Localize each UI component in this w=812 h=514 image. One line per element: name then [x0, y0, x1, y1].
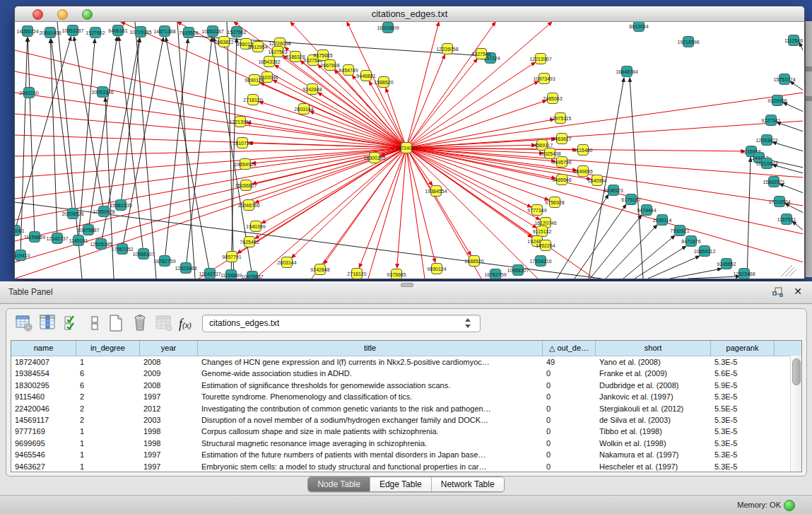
- table-cell[interactable]: Jankovic et al. (1997): [596, 391, 711, 402]
- table-cell[interactable]: 2: [76, 403, 140, 414]
- graph-node[interactable]: 9474444: [637, 205, 656, 216]
- graph-node[interactable]: 12923468: [175, 263, 196, 274]
- graph-node[interactable]: 9495796: [552, 157, 571, 168]
- column-header-short[interactable]: short: [596, 341, 711, 356]
- graph-node[interactable]: 20053346: [91, 87, 113, 98]
- graph-node[interactable]: 7932621: [670, 226, 689, 236]
- graph-node[interactable]: 2718120: [347, 269, 366, 279]
- row-height-icon[interactable]: [86, 314, 104, 334]
- table-cell[interactable]: de Silva et al. (2003): [596, 414, 711, 426]
- graph-node[interactable]: 12093872: [755, 135, 777, 146]
- table-cell[interactable]: 1: [76, 356, 140, 368]
- graph-node[interactable]: 12213967: [529, 54, 551, 64]
- close-panel-icon[interactable]: ✕: [794, 286, 802, 297]
- graph-node[interactable]: 9446821: [356, 71, 375, 81]
- table-cell[interactable]: 18724007: [11, 356, 76, 368]
- graph-node[interactable]: 9463627: [552, 134, 571, 144]
- graph-node[interactable]: 2803144: [277, 257, 296, 268]
- graph-node[interactable]: 10654112: [694, 246, 716, 257]
- graph-node[interactable]: 6466161: [108, 25, 127, 36]
- table-cell[interactable]: 2003: [140, 414, 198, 426]
- graph-node[interactable]: 10719185: [129, 27, 151, 37]
- window-titlebar[interactable]: citations_edges.txt: [15, 6, 804, 22]
- table-row[interactable]: 2242004622012Investigating the contribut…: [11, 403, 801, 414]
- graph-node[interactable]: 9756928: [545, 197, 564, 208]
- graph-node[interactable]: 14055724: [16, 26, 38, 37]
- graph-node[interactable]: 1588520: [464, 256, 483, 267]
- table-row[interactable]: 1938455462009Genome-wide association stu…: [11, 368, 801, 379]
- graph-node[interactable]: 11156869: [220, 270, 242, 279]
- table-cell[interactable]: 1: [76, 438, 140, 449]
- graph-node[interactable]: 15692971: [763, 177, 784, 187]
- table-row[interactable]: 911546021997Tourette syndrome. Phenomeno…: [11, 391, 801, 402]
- table-cell[interactable]: Changes of HCN gene expression and I(f) …: [198, 356, 543, 368]
- graph-node[interactable]: 1527602: [86, 28, 105, 38]
- graph-node[interactable]: 12975115: [550, 113, 572, 124]
- graph-node[interactable]: 11156869: [24, 232, 45, 243]
- delete-table-icon[interactable]: [131, 314, 149, 334]
- table-cell[interactable]: 5.3E-5: [711, 438, 775, 449]
- table-cell[interactable]: 2009: [140, 368, 198, 379]
- table-cell[interactable]: 9115460: [11, 391, 76, 402]
- graph-node[interactable]: 12505185: [90, 239, 112, 250]
- graph-node[interactable]: 8454749: [339, 65, 358, 76]
- column-header-title[interactable]: title: [198, 341, 543, 356]
- table-cell[interactable]: 5.3E-5: [711, 391, 775, 402]
- table-cell[interactable]: 18300295: [11, 380, 76, 391]
- graph-node[interactable]: 2718120: [243, 95, 262, 105]
- table-cell[interactable]: 0: [543, 391, 596, 402]
- network-graph[interactable]: 1405572420691406106532871527602646616110…: [15, 22, 803, 279]
- graph-node[interactable]: 16648784: [616, 66, 637, 77]
- table-cell[interactable]: 0: [543, 438, 596, 449]
- graph-node[interactable]: 9019410: [15, 250, 30, 261]
- graph-node[interactable]: 19218596: [677, 37, 699, 47]
- table-cell[interactable]: 9699695: [11, 438, 76, 449]
- table-cell[interactable]: Estimation of significance thresholds fo…: [198, 380, 543, 391]
- table-cell[interactable]: Stergiakouli et al. (2012): [596, 403, 711, 414]
- graph-node[interactable]: 19384554: [425, 186, 447, 197]
- network-canvas[interactable]: 1405572420691406106532871527602646616110…: [15, 22, 804, 279]
- float-panel-icon[interactable]: [772, 286, 784, 298]
- table-cell[interactable]: 5.6E-5: [711, 368, 775, 379]
- graph-node[interactable]: 9242848: [310, 264, 329, 275]
- table-cell[interactable]: 2: [76, 391, 140, 402]
- column-header-pagerank[interactable]: pagerank: [711, 341, 775, 356]
- table-cell[interactable]: Tourette syndrome. Phenomenology and cla…: [198, 391, 543, 402]
- graph-node[interactable]: 9329966: [767, 95, 787, 106]
- graph-node[interactable]: 18300295: [363, 153, 385, 163]
- graph-node[interactable]: 9890124: [427, 264, 446, 274]
- column-header-in_degree[interactable]: in_degree: [76, 341, 140, 356]
- graph-node[interactable]: 1167531: [777, 214, 796, 225]
- table-row[interactable]: 1872400712008Changes of HCN gene express…: [11, 356, 801, 368]
- table-cell[interactable]: 5.3E-5: [711, 461, 775, 472]
- graph-node[interactable]: 2667608: [320, 60, 339, 71]
- splitter-grip[interactable]: [401, 283, 413, 287]
- table-cell[interactable]: 19384554: [11, 368, 76, 379]
- graph-node[interactable]: 10653287: [61, 25, 83, 36]
- graph-node[interactable]: 12923468: [733, 269, 755, 279]
- table-cell[interactable]: 1998: [140, 438, 198, 449]
- table-row[interactable]: 977716911998Corpus callosum shape and si…: [11, 426, 801, 437]
- table-row[interactable]: 946554611997Estimation of the future num…: [11, 449, 801, 460]
- table-cell[interactable]: 5.9E-5: [711, 380, 775, 391]
- graph-node[interactable]: 16033809: [377, 23, 399, 33]
- table-cell[interactable]: Franke et al. (2009): [596, 368, 711, 379]
- function-builder-icon[interactable]: f(x): [179, 317, 197, 337]
- table-cell[interactable]: Disruption of a novel member of a sodium…: [198, 414, 543, 426]
- graph-node[interactable]: 10958107: [132, 249, 154, 259]
- select-rows-icon[interactable]: [63, 314, 81, 334]
- graph-node[interactable]: 16782759: [484, 269, 506, 279]
- graph-node[interactable]: 10975887: [77, 225, 99, 235]
- table-cell[interactable]: 0: [543, 380, 596, 391]
- scrollbar-thumb[interactable]: [792, 358, 801, 385]
- table-cell[interactable]: Nakamura et al. (1997): [596, 449, 711, 460]
- tab-node-table[interactable]: Node Table: [308, 477, 370, 491]
- graph-node[interactable]: 1145191: [69, 235, 88, 246]
- show-column-icon[interactable]: [39, 314, 57, 334]
- table-cell[interactable]: Hescheler et al. (1997): [596, 461, 711, 472]
- graph-node[interactable]: 7485063: [543, 93, 562, 104]
- graph-node[interactable]: 16543382: [258, 57, 280, 67]
- graph-node[interactable]: 8471676: [681, 236, 700, 247]
- tab-edge-table[interactable]: Edge Table: [370, 477, 432, 491]
- graph-node[interactable]: 1527602: [227, 27, 246, 37]
